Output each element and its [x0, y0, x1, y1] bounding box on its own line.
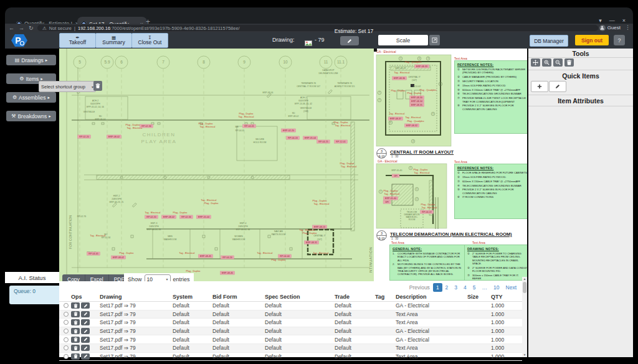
pagination-page-5[interactable]: 5 — [470, 283, 479, 292]
delete-tool-button[interactable] — [564, 58, 574, 67]
takeoff-annotation[interactable]: Tag - Electrical — [422, 207, 437, 209]
takeoff-annotation[interactable]: Tag - Electrical — [406, 116, 421, 119]
takeoff-annotation[interactable]: Tag - Electrical — [201, 199, 217, 202]
summary-button[interactable]: ▦ Summary — [95, 33, 132, 48]
column-header-tag[interactable]: Tag — [375, 294, 396, 300]
column-header-spec-section[interactable]: Spec Section — [265, 294, 335, 300]
scale-button[interactable]: Scale — [378, 35, 428, 45]
browser-profile-chip[interactable]: Guest — [599, 25, 621, 31]
pagination-previous[interactable]: Previous — [406, 283, 433, 292]
takeoff-annotation[interactable]: Plug - Quadplex — [404, 61, 421, 63]
table-row[interactable]: Set17.pdf ⇒ 79DefaultDefaultDefaultDefau… — [59, 319, 522, 327]
row-checkbox[interactable] — [64, 312, 69, 317]
window-menu-icon[interactable]: ▾ — [599, 17, 602, 24]
edit-row-button[interactable] — [81, 337, 90, 343]
delete-quick-item-button[interactable] — [93, 81, 102, 91]
takeoff-annotation[interactable]: Tag - Electrical — [384, 193, 400, 195]
delete-row-button[interactable] — [71, 345, 80, 351]
pagination-page-2[interactable]: 2 — [442, 283, 452, 292]
takeoff-annotation[interactable]: Plug - Duplex — [272, 259, 286, 261]
pagination-next[interactable]: Next — [503, 283, 520, 292]
column-header-ops[interactable]: Ops — [71, 294, 100, 300]
column-header-description[interactable]: Description — [396, 294, 467, 300]
sidebar-item-breakdowns[interactable]: ⚒ Breakdowns ▸ — [6, 111, 56, 121]
sign-out-button[interactable]: Sign out — [575, 35, 609, 45]
takeoff-annotation[interactable]: Plug - Duplex — [384, 190, 398, 192]
takeoff-annotation-label[interactable]: GA - Electrical — [376, 50, 396, 54]
delete-row-button[interactable] — [71, 337, 80, 343]
takeoff-annotation[interactable]: Tag - Electrical — [389, 113, 405, 115]
takeoff-annotation[interactable]: Plug - Duplex — [126, 124, 140, 126]
edit-quick-item-button[interactable] — [549, 81, 566, 92]
scale-options-button[interactable] — [429, 35, 440, 45]
table-row[interactable]: Set17.pdf ⇒ 79DefaultDefaultDefaultDefau… — [59, 327, 522, 336]
column-header-qty[interactable]: QTY — [491, 294, 522, 300]
vertical-scrollbar[interactable]: ▲▼ — [522, 277, 527, 357]
takeoff-annotation[interactable]: Plug - Duplex — [407, 92, 422, 95]
takeoff-annotation[interactable]: Plug - Duplex — [414, 169, 428, 171]
help-button[interactable]: ? — [614, 35, 625, 45]
detail-plan-telecom-demarcation[interactable]: ERP-05-405Plug - DuplexTag - ElectricalG… — [376, 163, 452, 229]
reload-icon[interactable]: ↻ — [29, 25, 34, 31]
column-header-system[interactable]: System — [173, 294, 212, 300]
takeoff-annotation[interactable]: Plug - Duplex — [334, 121, 348, 124]
takeoff-annotation[interactable]: Plug - Duplex — [313, 200, 327, 202]
table-row[interactable]: Set17.pdf ⇒ 79DefaultDefaultDefaultDefau… — [59, 353, 522, 362]
takeoff-annotation[interactable]: Tag - Electrical — [90, 235, 106, 237]
browser-menu-icon[interactable]: ⋮ — [625, 24, 631, 30]
row-checkbox[interactable] — [64, 345, 69, 350]
edit-row-button[interactable] — [81, 345, 90, 351]
takeoff-annotation[interactable]: Plug - Duplex — [204, 202, 219, 205]
db-manager-button[interactable]: DB Manager — [530, 35, 568, 47]
takeoff-annotation[interactable]: Plug - Duplex — [391, 90, 406, 92]
column-header-size[interactable]: Size — [467, 294, 491, 300]
close-out-button[interactable]: ↧ Close Out — [131, 33, 168, 48]
takeoff-annotation[interactable]: Plug - Duplex — [340, 162, 355, 165]
takeoff-annotation[interactable]: Tag - Electrical — [200, 126, 216, 128]
edit-row-button[interactable] — [81, 328, 90, 334]
takeoff-annotation[interactable]: Plug - Duplex — [173, 212, 188, 214]
delete-row-button[interactable] — [71, 311, 80, 317]
row-checkbox[interactable] — [64, 329, 69, 334]
row-checkbox[interactable] — [64, 320, 69, 325]
takeoff-annotation[interactable]: Plug - Duplex — [186, 270, 201, 273]
table-row[interactable]: Set17.pdf ⇒ 79DefaultDefaultDefaultDefau… — [59, 344, 522, 353]
zoom-in-button[interactable] — [542, 58, 551, 67]
row-checkbox[interactable] — [64, 303, 69, 308]
row-checkbox[interactable] — [64, 337, 69, 342]
takeoff-annotation[interactable]: Tag - Electrical — [179, 252, 195, 254]
takeoff-annotation[interactable]: Plug - Quadplex — [407, 120, 424, 123]
detail-plan-central-it[interactable]: 631Plug - QuadplexERP-08-29ERP-08-33Tag … — [376, 54, 452, 147]
column-header-drawing[interactable]: Drawing — [100, 294, 173, 300]
pagination-page-4[interactable]: 4 — [460, 283, 470, 292]
window-minimize-icon[interactable]: — — [609, 17, 615, 24]
table-row[interactable]: Set17.pdf ⇒ 79DefaultDefaultDefaultDefau… — [59, 310, 522, 319]
takeoff-annotation[interactable]: Plug - Duplex — [421, 203, 436, 206]
move-tool-button[interactable] — [531, 58, 540, 67]
takeoff-annotation[interactable]: Tag - Electrical — [394, 72, 410, 74]
pagination-page-10[interactable]: 10 — [490, 283, 502, 292]
takeoff-annotation[interactable]: Tag - Electrical — [239, 116, 254, 118]
takeoff-annotation[interactable]: Tag - Electrical — [145, 212, 161, 214]
takeoff-annotation[interactable]: Plug - Duplex — [199, 123, 213, 125]
table-row[interactable]: Set17.pdf ⇒ 79DefaultDefaultDefaultDefau… — [59, 335, 522, 344]
sidebar-item-drawings[interactable]: ▤ Drawings ▸ — [6, 55, 56, 65]
forward-icon[interactable]: → — [19, 25, 24, 31]
scrollbar-thumb[interactable] — [523, 282, 526, 293]
edit-estimate-button[interactable] — [340, 36, 359, 45]
takeoff-annotation[interactable]: Tag - Electrical — [300, 229, 315, 231]
url-field[interactable]: ⚠ Not secure | 192.168.200.16:7000/est/o… — [37, 25, 598, 31]
column-header-bid-form[interactable]: Bid Form — [212, 294, 265, 300]
pagination-page-…[interactable]: … — [479, 283, 491, 292]
delete-row-button[interactable] — [71, 353, 80, 360]
pagination-page-3[interactable]: 3 — [451, 283, 460, 292]
delete-row-button[interactable] — [71, 319, 80, 325]
takeoff-annotation[interactable]: Tag - Electrical — [313, 252, 329, 254]
edit-row-button[interactable] — [81, 302, 90, 309]
zoom-out-button[interactable] — [553, 58, 563, 67]
takeoff-annotation[interactable]: Plug - Duplex — [239, 113, 254, 115]
takeoff-annotation[interactable]: Tag - Electrical — [335, 124, 351, 127]
delete-row-button[interactable] — [71, 302, 80, 309]
takeoff-annotation[interactable]: Plug - Quadplex — [419, 89, 436, 91]
column-header-trade[interactable]: Trade — [335, 294, 375, 300]
